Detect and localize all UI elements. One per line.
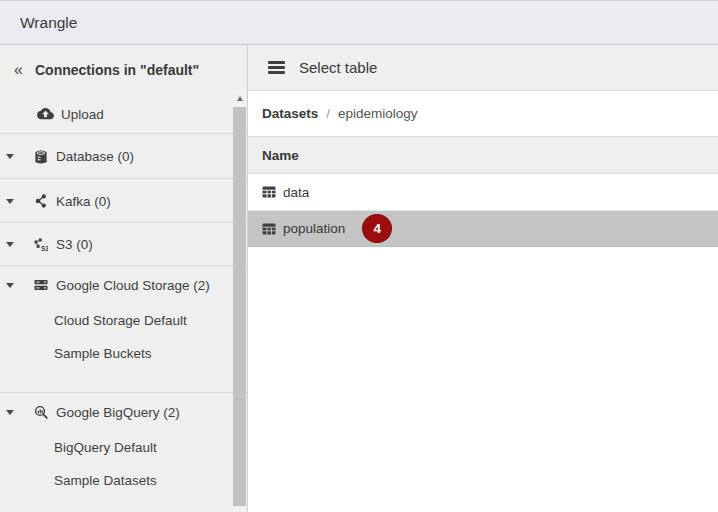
sidebar-scrollbar[interactable]: [233, 90, 246, 512]
chevron-down-icon[interactable]: [5, 242, 15, 247]
breadcrumb-separator: /: [326, 106, 330, 121]
sidebar-item-label: Google Cloud Storage (2): [56, 278, 210, 293]
table-icon: [262, 186, 276, 198]
chevron-down-icon[interactable]: [5, 283, 15, 288]
select-table-panel: Select table Datasets / epidemiology Nam…: [248, 45, 718, 512]
sidebar-title: Connections in "default": [35, 62, 199, 78]
bigquery-icon: [32, 405, 49, 419]
scroll-up-icon[interactable]: [237, 96, 243, 101]
sidebar-item-google-bigquery[interactable]: Google BigQuery (2): [0, 393, 247, 431]
sidebar-item-cloud-storage-default[interactable]: Cloud Storage Default: [0, 304, 247, 337]
breadcrumb-datasets-link[interactable]: Datasets: [262, 106, 318, 121]
sidebar-header: « Connections in "default": [0, 45, 247, 95]
chevron-down-icon[interactable]: [5, 410, 15, 415]
scrollbar-thumb[interactable]: [233, 107, 246, 506]
table-row-population[interactable]: population 4: [248, 211, 718, 247]
sidebar-item-google-cloud-storage[interactable]: Google Cloud Storage (2): [0, 266, 247, 304]
sidebar-item-bigquery-default[interactable]: BigQuery Default: [0, 431, 247, 464]
sidebar-item-label: Google BigQuery (2): [56, 405, 180, 420]
column-header-name: Name: [262, 148, 299, 163]
chevron-down-icon[interactable]: [5, 199, 15, 204]
app-title-bar: Wrangle: [0, 0, 718, 45]
kafka-icon: [32, 194, 49, 208]
panel-title: Select table: [299, 59, 377, 76]
sidebar-item-sample-datasets[interactable]: Sample Datasets: [0, 464, 247, 497]
breadcrumb: Datasets / epidemiology: [248, 91, 718, 137]
annotation-step-badge: 4: [362, 214, 392, 243]
connections-sidebar: « Connections in "default" Upload: [0, 45, 248, 512]
sidebar-item-label: Database (0): [56, 149, 134, 164]
table-row-label: data: [283, 185, 309, 200]
table-icon: [262, 223, 276, 235]
panel-header: Select table: [248, 45, 718, 91]
breadcrumb-current: epidemiology: [338, 106, 418, 121]
upload-label: Upload: [61, 107, 104, 122]
table-row-label: population: [283, 221, 345, 236]
cloud-storage-icon: [32, 279, 49, 291]
sidebar-item-upload[interactable]: Upload: [0, 95, 247, 133]
svg-text:S3: S3: [41, 245, 48, 252]
cloud-upload-icon: [37, 108, 54, 120]
collapse-sidebar-icon[interactable]: «: [14, 62, 28, 78]
database-icon: [32, 150, 49, 164]
sidebar-item-database[interactable]: Database (0): [0, 134, 247, 179]
chevron-down-icon[interactable]: [5, 154, 15, 159]
sidebar-item-label: S3 (0): [56, 237, 93, 252]
hamburger-menu-icon[interactable]: [268, 61, 285, 73]
sidebar-item-label: Kafka (0): [56, 194, 111, 209]
table-column-header: Name: [248, 137, 718, 174]
sidebar-item-s3[interactable]: S3 S3 (0): [0, 223, 247, 266]
empty-area: [248, 247, 718, 512]
sidebar-item-sample-buckets[interactable]: Sample Buckets: [0, 337, 247, 370]
s3-icon: S3: [32, 238, 49, 252]
sidebar-item-kafka[interactable]: Kafka (0): [0, 179, 247, 223]
app-title: Wrangle: [20, 14, 77, 32]
table-row-data[interactable]: data: [248, 174, 718, 211]
